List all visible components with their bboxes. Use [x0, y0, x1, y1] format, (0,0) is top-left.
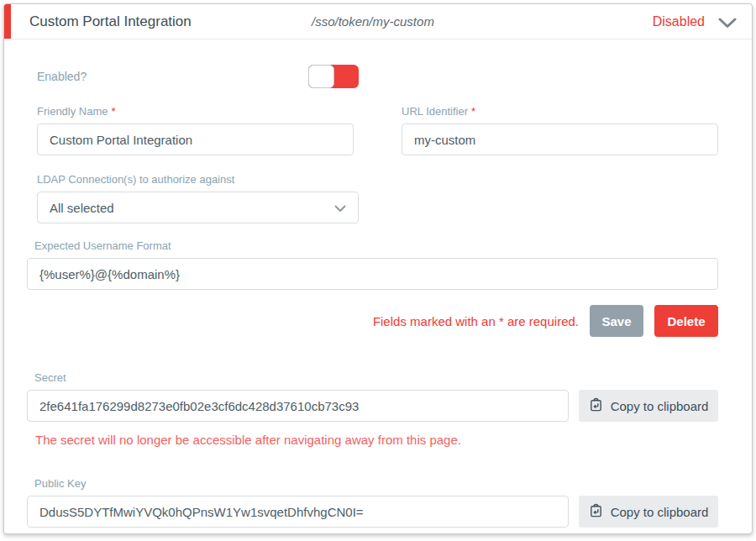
- secret-input[interactable]: [27, 390, 569, 422]
- public-key-input[interactable]: [27, 496, 569, 528]
- copy-secret-button[interactable]: Copy to clipboard: [579, 390, 718, 422]
- url-identifier-label: URL Identifier*: [402, 105, 718, 118]
- delete-button[interactable]: Delete: [654, 305, 718, 337]
- secret-section: Secret Copy to clipboard The secret: [27, 371, 718, 447]
- copy-public-key-button[interactable]: Copy to clipboard: [579, 496, 718, 528]
- public-key-row: Copy to clipboard: [27, 496, 718, 528]
- username-format-label: Expected Username Format: [34, 239, 718, 252]
- username-format-input[interactable]: [27, 258, 718, 290]
- secret-warning-text: The secret will no longer be accessible …: [35, 433, 718, 447]
- card-body: Enabled? Friendly Name* URL Identifier* …: [4, 39, 752, 528]
- name-identifier-row: Friendly Name* URL Identifier*: [37, 105, 718, 155]
- public-key-section: Public Key Copy to clipboard: [27, 477, 718, 528]
- toggle-knob: [308, 65, 334, 88]
- required-asterisk: *: [112, 105, 116, 118]
- clipboard-copy-icon: [589, 397, 603, 415]
- card-header[interactable]: Custom Portal Integration /sso/token/my-…: [4, 4, 752, 39]
- secret-label: Secret: [34, 371, 718, 384]
- chevron-down-icon: [334, 201, 346, 215]
- clipboard-copy-icon: [589, 503, 603, 521]
- copy-button-label: Copy to clipboard: [611, 505, 709, 519]
- save-button[interactable]: Save: [590, 305, 643, 337]
- ldap-field-group: LDAP Connection(s) to authorize against …: [37, 173, 359, 223]
- required-fields-note: Fields marked with an * are required.: [373, 314, 579, 328]
- friendly-name-input[interactable]: [37, 123, 354, 155]
- public-key-label: Public Key: [34, 477, 718, 490]
- integration-card: Custom Portal Integration /sso/token/my-…: [3, 3, 753, 534]
- enabled-label: Enabled?: [37, 70, 87, 83]
- ldap-selected-value: All selected: [50, 201, 114, 215]
- actions-row: Fields marked with an * are required. Sa…: [27, 305, 718, 337]
- chevron-down-icon[interactable]: [718, 18, 737, 29]
- secret-row: Copy to clipboard: [27, 390, 718, 422]
- url-identifier-field-group: URL Identifier*: [402, 105, 718, 155]
- page-title: Custom Portal Integration: [29, 13, 192, 30]
- copy-button-label: Copy to clipboard: [611, 399, 709, 413]
- ldap-select[interactable]: All selected: [37, 192, 359, 223]
- friendly-name-field-group: Friendly Name*: [37, 105, 354, 155]
- sso-token-path: /sso/token/my-custom: [312, 14, 434, 29]
- required-asterisk: *: [471, 105, 475, 118]
- ldap-label: LDAP Connection(s) to authorize against: [37, 173, 359, 186]
- status-badge: Disabled: [653, 14, 705, 29]
- header-accent-bar: [4, 4, 11, 39]
- friendly-name-label: Friendly Name*: [37, 105, 354, 118]
- enabled-toggle[interactable]: [308, 65, 359, 88]
- username-format-field-group: Expected Username Format: [27, 239, 718, 290]
- url-identifier-input[interactable]: [402, 123, 718, 155]
- enabled-row: Enabled?: [37, 65, 359, 88]
